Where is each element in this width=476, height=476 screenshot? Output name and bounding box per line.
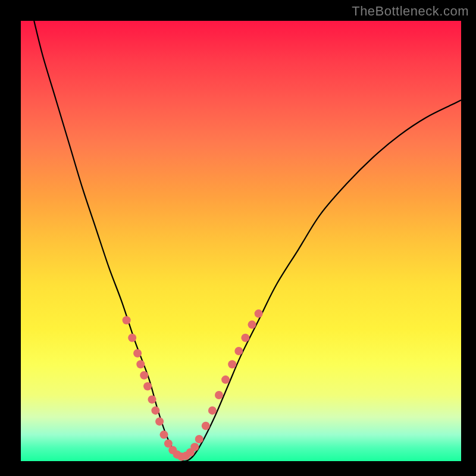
- data-point-dot: [215, 391, 223, 399]
- data-point-dot: [208, 406, 217, 415]
- data-point-dot: [202, 422, 210, 430]
- bottleneck-curve: [34, 21, 461, 461]
- data-point-dot: [148, 395, 156, 403]
- data-point-dot: [136, 360, 145, 368]
- data-point-dot: [221, 375, 230, 384]
- data-point-dot: [228, 360, 236, 368]
- data-point-dot: [133, 349, 142, 358]
- data-point-dot: [160, 431, 168, 439]
- data-point-dot: [255, 309, 263, 318]
- data-point-dot: [155, 417, 164, 425]
- data-point-dot: [140, 371, 148, 380]
- data-point-dots: [123, 309, 263, 461]
- data-point-dot: [190, 443, 199, 451]
- curve-layer: [21, 21, 461, 461]
- data-point-dot: [143, 382, 152, 390]
- watermark-text: TheBottleneck.com: [352, 4, 469, 19]
- data-point-dot: [248, 321, 256, 329]
- data-point-dot: [234, 347, 243, 355]
- data-point-dot: [151, 406, 159, 415]
- chart-frame: TheBottleneck.com: [0, 0, 476, 476]
- data-point-dot: [123, 316, 131, 324]
- data-point-dot: [128, 334, 136, 342]
- data-point-dot: [241, 334, 249, 342]
- data-point-dot: [195, 435, 203, 443]
